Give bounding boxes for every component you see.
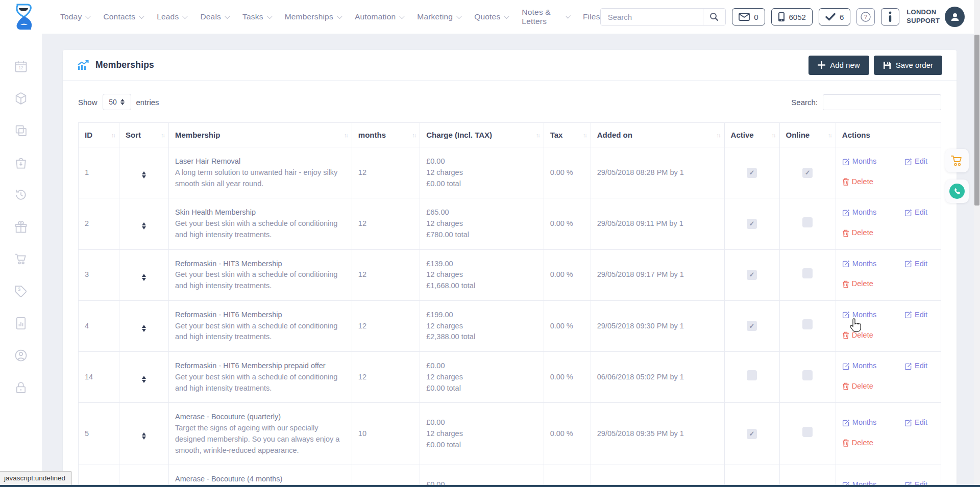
svg-text:?: ?: [864, 14, 867, 20]
drag-handle-icon[interactable]: [142, 432, 146, 440]
column-header-id[interactable]: ID↑↓: [79, 123, 119, 147]
column-header-charge-incl-tax-[interactable]: Charge (Incl. TAX)↑↓: [420, 123, 544, 147]
column-header-label: months: [358, 131, 386, 139]
delete-link[interactable]: Delete: [842, 381, 873, 392]
copy-icon[interactable]: [14, 123, 28, 138]
card-header: Memberships Add new Save order: [63, 50, 957, 81]
column-header-months[interactable]: months↑↓: [352, 123, 420, 147]
scrollbar-thumb[interactable]: [974, 35, 979, 206]
cell-tax: 0.00 %: [544, 403, 591, 465]
edit-link[interactable]: Edit: [904, 417, 927, 428]
nav-item-files[interactable]: Files: [583, 12, 600, 21]
column-header-sort[interactable]: Sort↑↓: [119, 123, 169, 147]
drag-handle-icon[interactable]: [142, 274, 146, 281]
edit-link[interactable]: Edit: [904, 259, 927, 270]
mail-badge[interactable]: 0: [732, 8, 765, 25]
lock-icon[interactable]: [14, 380, 28, 395]
column-header-tax[interactable]: Tax↑↓: [544, 123, 591, 147]
cell-active: [724, 198, 779, 249]
phone-badge[interactable]: 6052: [771, 8, 813, 25]
nav-item-deals[interactable]: Deals: [200, 12, 229, 21]
delete-link[interactable]: Delete: [842, 176, 873, 188]
shopping-bag-icon[interactable]: [14, 156, 28, 170]
column-header-online[interactable]: Online↑↓: [779, 123, 836, 147]
nav-item-tasks[interactable]: Tasks: [242, 12, 271, 21]
search-button[interactable]: [703, 9, 726, 25]
gift-icon[interactable]: [14, 220, 28, 234]
drag-handle-icon[interactable]: [142, 171, 146, 178]
window-bottom-edge: [0, 485, 980, 487]
edit-icon: [842, 363, 850, 370]
edit-link[interactable]: Edit: [904, 156, 927, 167]
sort-arrows-icon: ↑↓: [111, 132, 115, 138]
active-checkbox[interactable]: [747, 370, 757, 380]
save-order-button[interactable]: Save order: [874, 56, 942, 75]
cell-actions: Months Edit Delete: [836, 147, 941, 198]
active-checkbox[interactable]: [747, 429, 757, 439]
nav-item-contacts[interactable]: Contacts: [103, 12, 143, 21]
global-search-input[interactable]: [601, 9, 703, 25]
active-checkbox[interactable]: [747, 219, 757, 229]
smartphone-icon: [778, 12, 785, 22]
online-checkbox[interactable]: [802, 427, 813, 437]
tasks-badge[interactable]: 6: [819, 8, 850, 25]
user-avatar[interactable]: [945, 7, 965, 27]
online-checkbox[interactable]: [802, 268, 813, 278]
nav-item-marketing[interactable]: Marketing: [417, 12, 460, 21]
page-size-select[interactable]: 50: [103, 94, 131, 110]
months-link[interactable]: Months: [842, 417, 877, 428]
help-button[interactable]: ?: [856, 8, 875, 25]
delete-link[interactable]: Delete: [842, 278, 873, 290]
package-icon[interactable]: [14, 91, 28, 106]
online-checkbox[interactable]: [802, 370, 813, 380]
price-tag-icon[interactable]: $: [14, 284, 28, 298]
edit-link[interactable]: Edit: [904, 310, 927, 321]
table-search-input[interactable]: [823, 94, 941, 110]
sort-arrows-icon: ↑↓: [772, 132, 775, 138]
cell-tax: 0.00 %: [544, 249, 591, 300]
drag-handle-icon[interactable]: [142, 222, 146, 229]
report-icon[interactable]: [14, 316, 28, 330]
drag-handle-icon[interactable]: [142, 325, 146, 332]
history-icon[interactable]: [14, 188, 28, 202]
months-link[interactable]: Months: [842, 310, 877, 321]
months-link[interactable]: Months: [842, 156, 877, 167]
app-logo-hourglass-icon[interactable]: [12, 4, 36, 30]
nav-item-leads[interactable]: Leads: [157, 12, 186, 21]
nav-item-notes-letters[interactable]: Notes & Letters: [522, 8, 569, 26]
calendar-icon[interactable]: 12: [14, 59, 28, 73]
active-checkbox[interactable]: [747, 321, 757, 331]
nav-item-automation[interactable]: Automation: [355, 12, 403, 21]
delete-link[interactable]: Delete: [842, 227, 873, 239]
info-button[interactable]: [881, 8, 899, 25]
floating-phone-button[interactable]: [945, 180, 969, 203]
nav-item-memberships[interactable]: Memberships: [285, 12, 341, 21]
months-link[interactable]: Months: [842, 361, 877, 372]
active-checkbox[interactable]: [747, 168, 757, 178]
column-header-membership[interactable]: Membership↑↓: [168, 123, 352, 147]
drag-handle-icon[interactable]: [142, 376, 146, 383]
chevron-down-icon: [566, 14, 571, 19]
online-checkbox[interactable]: [802, 168, 813, 178]
edit-link[interactable]: Edit: [904, 207, 927, 218]
online-checkbox[interactable]: [802, 319, 813, 329]
online-checkbox[interactable]: [802, 217, 813, 227]
column-header-added-on[interactable]: Added on↑↓: [591, 123, 724, 147]
cell-added-on: 29/05/2018 09:11 PM by 1: [591, 198, 724, 249]
months-link[interactable]: Months: [842, 207, 877, 218]
chevron-down-icon: [504, 13, 509, 19]
nav-item-today[interactable]: Today: [60, 12, 89, 21]
page-scrollbar[interactable]: [974, 0, 980, 487]
delete-link[interactable]: Delete: [842, 330, 873, 341]
column-header-active[interactable]: Active↑↓: [724, 123, 779, 147]
add-new-button[interactable]: Add new: [808, 56, 869, 75]
edit-link[interactable]: Edit: [904, 361, 927, 372]
active-checkbox[interactable]: [747, 270, 757, 280]
nav-item-quotes[interactable]: Quotes: [474, 12, 508, 21]
floating-cart-button[interactable]: [945, 149, 969, 172]
months-link[interactable]: Months: [842, 259, 877, 270]
user-circle-icon[interactable]: [14, 348, 28, 363]
delete-link[interactable]: Delete: [842, 438, 873, 449]
cart-icon[interactable]: [14, 252, 28, 266]
browser-status-text: javascript:undefined: [0, 471, 72, 485]
